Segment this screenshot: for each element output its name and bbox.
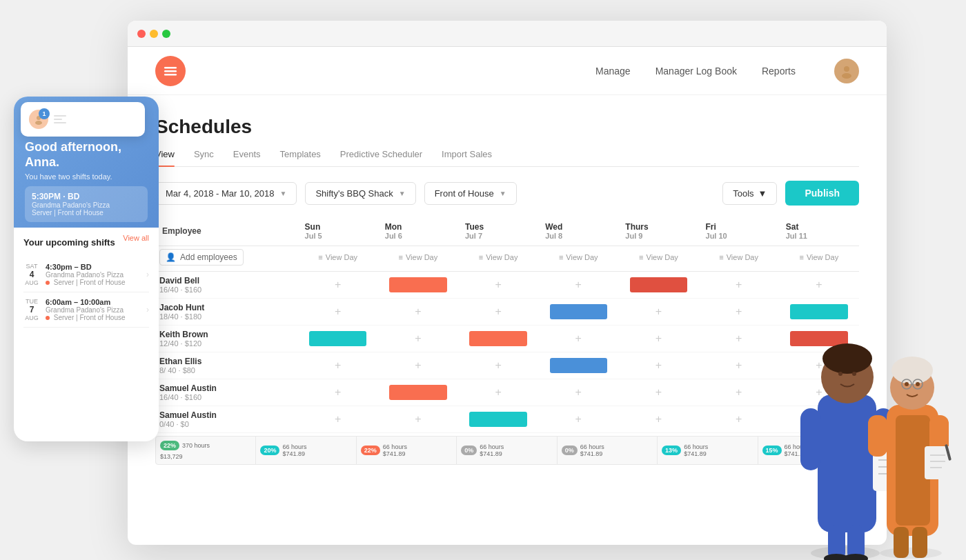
add-shift-icon[interactable]: + <box>656 332 662 345</box>
nav-manager-log-book[interactable]: Manager Log Book <box>656 66 737 77</box>
add-shift-icon[interactable]: + <box>495 359 501 372</box>
employee-name: David Bell <box>159 276 294 286</box>
tab-events[interactable]: Events <box>233 149 261 166</box>
add-shift-icon[interactable]: + <box>575 413 582 426</box>
add-shift-icon[interactable]: + <box>335 413 341 426</box>
lines-icon-5: ≡ <box>639 253 643 261</box>
svg-rect-35 <box>894 527 909 558</box>
publish-button[interactable]: Publish <box>785 181 859 206</box>
view-day-btn-wed[interactable]: ≡ View Day <box>542 253 614 261</box>
date-range-dropdown[interactable]: Mar 4, 2018 - Mar 10, 2018 ▼ <box>155 182 297 205</box>
shift-bar[interactable] <box>550 358 607 373</box>
add-shift-icon[interactable]: + <box>816 413 822 426</box>
close-button[interactable] <box>137 30 146 38</box>
add-shift-icon[interactable]: + <box>495 306 501 318</box>
view-day-btn-fri[interactable]: ≡ View Day <box>703 253 775 261</box>
nav-reports[interactable]: Reports <box>762 66 796 77</box>
shift-bar[interactable] <box>790 304 847 319</box>
add-shift-icon[interactable]: + <box>736 359 742 372</box>
day-header-sat: Sat Jul 11 <box>779 217 859 246</box>
add-shift-icon[interactable]: + <box>415 306 421 318</box>
add-shift-icon[interactable]: + <box>736 306 742 318</box>
shift-bar[interactable] <box>309 331 366 346</box>
app-logo[interactable] <box>155 56 186 86</box>
upcoming-title: Your upcoming shifts <box>23 237 115 248</box>
day-header-tue: Tues Jul 7 <box>458 217 538 246</box>
view-day-btn-tue[interactable]: ≡ View Day <box>462 253 534 261</box>
employee-meta: 0/40 · $0 <box>159 420 294 428</box>
view-day-btn-sat[interactable]: ≡ View Day <box>783 253 855 261</box>
stat-info: 66 hours$741.89 <box>684 443 708 457</box>
add-shift-icon[interactable]: + <box>816 279 822 291</box>
department-dropdown[interactable]: Front of House ▼ <box>424 182 517 205</box>
add-shift-icon[interactable]: + <box>575 386 582 399</box>
view-day-btn-mon[interactable]: ≡ View Day <box>382 253 454 261</box>
lines-icon: ≡ <box>318 253 322 261</box>
add-shift-icon[interactable]: + <box>415 359 421 372</box>
page-title: Schedules <box>155 116 859 138</box>
shift-bar[interactable] <box>389 277 446 292</box>
shift-bar[interactable] <box>630 277 687 292</box>
tab-sync[interactable]: Sync <box>194 149 214 166</box>
tools-button[interactable]: Tools ▼ <box>722 182 777 205</box>
add-shift-icon[interactable]: + <box>335 306 341 318</box>
location-dropdown[interactable]: Shifty's BBQ Shack ▼ <box>305 182 415 205</box>
add-shift-icon[interactable]: + <box>495 279 501 291</box>
shift-bar[interactable] <box>790 331 847 346</box>
nav-manage[interactable]: Manage <box>595 66 631 77</box>
add-shift-icon[interactable]: + <box>575 332 582 345</box>
shift-bar[interactable] <box>469 412 526 427</box>
page-content: Schedules View Sync Events Templates Pre… <box>128 95 887 465</box>
stat-cell: 13%66 hours$741.89 <box>658 437 758 464</box>
shift-item-1[interactable]: Sat 4 Aug 4:30pm – BD Grandma Padano's P… <box>23 257 149 292</box>
phone-greeting: Good afternoon, Anna. You have two shift… <box>25 140 148 181</box>
employee-name: Samuel Austin <box>159 410 294 420</box>
schedule-table-wrapper: Employee Sun Jul 5 Mon Jul 6 Tues Jul 7 <box>155 217 859 433</box>
shift-bar[interactable] <box>550 304 607 319</box>
svg-rect-24 <box>887 405 938 536</box>
tab-predictive-scheduler[interactable]: Predictive Scheduler <box>340 149 422 166</box>
stat-info: 66 hou...$741... <box>785 443 809 457</box>
stat-info: 66 hours$741.89 <box>480 443 504 457</box>
add-shift-icon[interactable]: + <box>415 413 421 426</box>
tab-import-sales[interactable]: Import Sales <box>442 149 492 166</box>
stat-percent-badge: 22% <box>361 446 380 455</box>
add-shift-icon[interactable]: + <box>335 279 341 291</box>
lines-icon-7: ≡ <box>800 253 804 261</box>
view-day-btn-sun[interactable]: ≡ View Day <box>302 253 374 261</box>
nav-links: Manage Manager Log Book Reports <box>595 59 859 83</box>
add-shift-icon[interactable]: + <box>415 332 421 345</box>
stat-cell: 22%370 hours$13,729 <box>156 437 256 464</box>
shift-bar[interactable] <box>469 331 526 346</box>
add-shift-icon[interactable]: + <box>816 386 822 399</box>
add-shift-icon[interactable]: + <box>656 306 662 318</box>
add-shift-icon[interactable]: + <box>335 359 341 372</box>
add-shift-icon[interactable]: + <box>736 413 742 426</box>
add-shift-icon[interactable]: + <box>656 359 662 372</box>
add-shift-icon[interactable]: + <box>656 413 662 426</box>
add-shift-icon[interactable]: + <box>335 386 341 399</box>
shift-item-2[interactable]: Tue 7 Aug 6:00am – 10:00am Grandma Padan… <box>23 292 149 328</box>
shift-bar[interactable] <box>389 385 446 400</box>
maximize-button[interactable] <box>162 30 170 38</box>
svg-point-20 <box>843 554 868 560</box>
shift-card-role: Server | Front of House <box>32 209 110 217</box>
view-all-link[interactable]: View all <box>123 234 149 242</box>
minimize-button[interactable] <box>150 30 158 38</box>
day-header-thu: Thurs Jul 9 <box>618 217 698 246</box>
add-shift-icon[interactable]: + <box>656 386 662 399</box>
view-day-btn-thu[interactable]: ≡ View Day <box>622 253 694 261</box>
svg-rect-25 <box>896 415 930 526</box>
user-avatar[interactable] <box>834 59 859 83</box>
shift-card-place: Grandma Padano's Pizza <box>32 201 110 209</box>
add-shift-icon[interactable]: + <box>495 386 501 399</box>
tab-templates[interactable]: Templates <box>280 149 321 166</box>
add-shift-icon[interactable]: + <box>736 386 742 399</box>
stat-info: 66 hours$741.89 <box>282 443 306 457</box>
add-shift-icon[interactable]: + <box>816 359 822 372</box>
add-employees-button[interactable]: 👤 Add employees <box>159 249 244 266</box>
add-shift-icon[interactable]: + <box>736 279 742 291</box>
add-shift-icon[interactable]: + <box>736 332 742 345</box>
shift-2-time: 6:00am – 10:00am <box>46 298 141 306</box>
add-shift-icon[interactable]: + <box>575 279 582 291</box>
